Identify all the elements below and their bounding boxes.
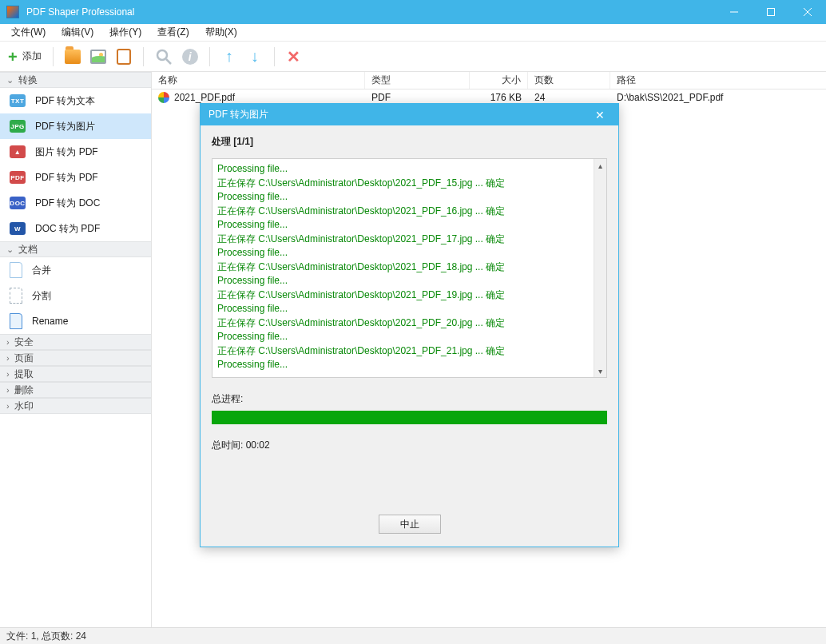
scroll-down-icon[interactable]: ▾ — [594, 364, 606, 377]
stop-label: 中止 — [400, 518, 419, 531]
folder-icon — [65, 50, 81, 64]
chevron-right-icon: › — [6, 369, 10, 379]
progress-label: 总进程: — [212, 392, 607, 406]
split-icon — [10, 288, 22, 304]
separator — [274, 47, 275, 66]
filelist-header: 名称 类型 大小 页数 路径 — [152, 72, 826, 89]
minimize-button[interactable] — [716, 0, 753, 24]
sidebar-item-pdf-to-pdf[interactable]: PDFPDF 转为 PDF — [0, 165, 151, 190]
menu-operation[interactable]: 操作(Y) — [101, 24, 149, 41]
log-line: Processing file... — [217, 274, 589, 288]
status-text: 文件: 1, 总页数: 24 — [6, 630, 86, 643]
scroll-track[interactable] — [594, 172, 606, 364]
dialog-close-button[interactable]: ✕ — [590, 109, 610, 121]
group-label: 水印 — [14, 400, 34, 413]
group-watermark[interactable]: ›水印 — [0, 398, 151, 414]
open-folder-button[interactable] — [62, 46, 84, 68]
paste-icon — [117, 49, 131, 65]
sidebar-item-pdf-to-image[interactable]: JPGPDF 转为图片 — [0, 113, 151, 139]
delete-button[interactable]: ✕ — [283, 46, 305, 68]
log-line: 正在保存 C:\Users\Administrator\Desktop\2021… — [217, 177, 589, 191]
app-icon — [6, 6, 19, 18]
move-up-button[interactable]: ↑ — [218, 46, 240, 68]
sidebar-item-image-to-pdf[interactable]: ▲图片 转为 PDF — [0, 139, 151, 165]
group-label: 文档 — [18, 243, 38, 256]
item-label: 图片 转为 PDF — [35, 145, 98, 159]
dialog-titlebar: PDF 转为图片 ✕ — [201, 104, 618, 125]
stop-button[interactable]: 中止 — [379, 515, 441, 534]
col-name[interactable]: 名称 — [152, 72, 365, 89]
menu-edit[interactable]: 编辑(V) — [54, 24, 101, 41]
menu-view[interactable]: 查看(Z) — [149, 24, 197, 41]
add-label: 添加 — [22, 50, 42, 63]
log-line: Processing file... — [217, 246, 589, 260]
sidebar: ⌄转换 TXTPDF 转为文本 JPGPDF 转为图片 ▲图片 转为 PDF P… — [0, 72, 152, 627]
add-button[interactable]: + 添加 — [5, 46, 45, 68]
log-line: 正在保存 C:\Users\Administrator\Desktop\2021… — [217, 260, 589, 275]
paste-button[interactable] — [113, 46, 135, 68]
toolbar: + 添加 i ↑ ↓ ✕ — [0, 42, 826, 72]
word-icon: W — [10, 222, 26, 235]
group-convert[interactable]: ⌄转换 — [0, 72, 151, 88]
group-delete[interactable]: ›删除 — [0, 382, 151, 398]
col-path[interactable]: 路径 — [610, 72, 826, 89]
log-line: Processing file... — [217, 218, 589, 233]
window-buttons — [716, 0, 826, 24]
group-pages[interactable]: ›页面 — [0, 350, 151, 366]
log-line: Processing file... — [217, 330, 589, 344]
scrollbar[interactable]: ▴ ▾ — [594, 159, 606, 377]
info-button[interactable]: i — [179, 46, 201, 68]
item-label: DOC 转为 PDF — [35, 222, 100, 236]
col-pages[interactable]: 页数 — [528, 72, 610, 89]
menu-help[interactable]: 帮助(X) — [197, 24, 245, 41]
image-icon — [90, 50, 106, 64]
separator — [143, 47, 144, 66]
dialog-subtitle: 处理 [1/1] — [212, 135, 607, 149]
delete-icon: ✕ — [287, 47, 300, 66]
move-down-button[interactable]: ↓ — [244, 46, 266, 68]
maximize-button[interactable] — [753, 0, 789, 24]
sidebar-item-pdf-to-text[interactable]: TXTPDF 转为文本 — [0, 88, 151, 113]
scroll-up-icon[interactable]: ▴ — [594, 159, 606, 172]
log-box: Processing file...正在保存 C:\Users\Administ… — [212, 158, 607, 378]
sidebar-item-merge[interactable]: 合并 — [0, 257, 151, 283]
window-title: PDF Shaper Professional — [25, 6, 716, 18]
sidebar-item-split[interactable]: 分割 — [0, 283, 151, 308]
chevron-right-icon: › — [6, 353, 10, 363]
img-icon: ▲ — [10, 145, 26, 158]
file-name: 2021_PDF.pdf — [174, 92, 235, 103]
image-button[interactable] — [87, 46, 109, 68]
log-line: Processing file... — [217, 302, 589, 316]
log-line: Processing file... — [217, 190, 589, 205]
log-line: Processing file... — [217, 358, 589, 372]
separator — [53, 47, 54, 66]
close-button[interactable] — [789, 0, 826, 24]
dialog-title: PDF 转为图片 — [208, 108, 268, 121]
group-label: 删除 — [14, 384, 34, 397]
log-line: 正在保存 C:\Users\Administrator\Desktop\2021… — [217, 233, 589, 247]
log-line: Processing file... — [217, 162, 589, 177]
file-path: D:\bak\SS\2021_PDF.pdf — [610, 89, 826, 105]
col-type[interactable]: 类型 — [365, 72, 470, 89]
chevron-down-icon: ⌄ — [6, 75, 14, 85]
group-label: 安全 — [14, 336, 34, 349]
item-label: PDF 转为图片 — [35, 120, 95, 133]
svg-rect-1 — [768, 9, 775, 16]
search-button[interactable] — [152, 46, 176, 68]
col-size[interactable]: 大小 — [470, 72, 528, 89]
menu-file[interactable]: 文件(W) — [3, 24, 54, 41]
group-label: 提取 — [14, 368, 34, 381]
group-label: 转换 — [18, 74, 38, 87]
sidebar-item-pdf-to-doc[interactable]: DOCPDF 转为 DOC — [0, 190, 151, 216]
rename-icon — [10, 313, 22, 329]
arrow-up-icon: ↑ — [225, 47, 233, 66]
sidebar-item-rename[interactable]: Rename — [0, 308, 151, 334]
group-extract[interactable]: ›提取 — [0, 366, 151, 382]
group-document[interactable]: ⌄文档 — [0, 241, 151, 257]
group-security[interactable]: ›安全 — [0, 334, 151, 350]
sidebar-item-doc-to-pdf[interactable]: WDOC 转为 PDF — [0, 216, 151, 241]
log-line: 正在保存 C:\Users\Administrator\Desktop\2021… — [217, 344, 589, 359]
arrow-down-icon: ↓ — [251, 47, 259, 66]
log-content: Processing file...正在保存 C:\Users\Administ… — [212, 159, 594, 377]
progress-dialog: PDF 转为图片 ✕ 处理 [1/1] Processing file...正在… — [200, 103, 619, 547]
